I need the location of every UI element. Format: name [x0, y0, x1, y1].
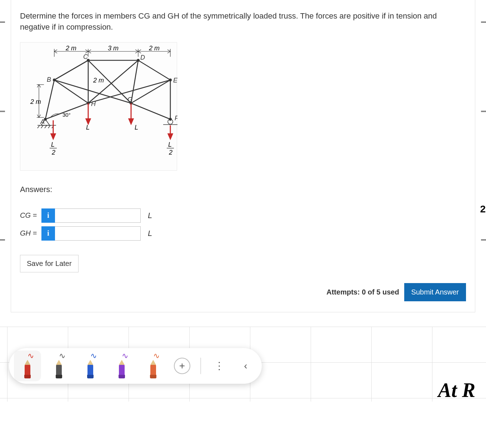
add-tool-button[interactable]: +: [174, 358, 190, 374]
question-prompt: Determine the forces in members CG and G…: [20, 11, 466, 33]
info-icon[interactable]: i: [41, 226, 55, 241]
svg-line-10: [45, 80, 54, 119]
load-G: L: [135, 124, 138, 131]
load-A-den: 2: [51, 149, 55, 156]
node-B: B: [47, 76, 51, 83]
squiggle-icon: ∿: [27, 351, 34, 361]
node-F: F: [175, 115, 177, 122]
svg-marker-46: [51, 134, 55, 139]
svg-point-25: [169, 79, 172, 81]
pen-black[interactable]: ∿: [48, 353, 70, 378]
node-D: D: [140, 54, 145, 61]
squiggle-icon: ∿: [153, 351, 160, 361]
pen-red[interactable]: ∿: [17, 353, 38, 378]
load-A-num: L: [51, 141, 55, 148]
squiggle-icon: ∿: [122, 351, 128, 361]
node-C: C: [83, 53, 88, 60]
load-H: L: [86, 124, 90, 131]
answer-unit: L: [148, 211, 152, 220]
svg-marker-48: [168, 134, 172, 139]
edge-tick: [0, 21, 5, 23]
dim-top-1: 2 m: [65, 45, 76, 52]
question-card: Determine the forces in members CG and G…: [11, 0, 475, 312]
submit-answer-button[interactable]: Submit Answer: [404, 283, 466, 301]
svg-line-7: [54, 60, 88, 80]
chevron-left-icon[interactable]: ‹: [237, 358, 254, 374]
svg-marker-42: [86, 119, 90, 124]
dim-ch: 2 m: [93, 77, 104, 84]
svg-line-36: [45, 125, 47, 128]
answer-row-cg: CG = i L: [20, 208, 466, 223]
pen-blue[interactable]: ∿: [80, 353, 101, 378]
answer-unit: L: [148, 229, 152, 238]
pen-purple[interactable]: ∿: [111, 353, 132, 378]
squiggle-icon: ∿: [59, 351, 65, 361]
squiggle-icon: ∿: [90, 351, 97, 361]
answer-lhs: CG =: [20, 211, 41, 220]
answer-input-gh[interactable]: [55, 226, 141, 241]
attempts-text: Attempts: 0 of 5 used: [326, 288, 399, 296]
edge-tick: [481, 239, 486, 241]
answer-lhs: GH =: [20, 229, 41, 237]
svg-line-18: [131, 80, 170, 103]
svg-line-21: [131, 103, 170, 119]
svg-marker-44: [129, 119, 133, 124]
svg-line-9: [138, 60, 170, 80]
pen-orange[interactable]: ∿: [142, 353, 164, 378]
dim-top-2: 3 m: [108, 45, 119, 52]
pen-toolbar: ∿ ∿ ∿ ∿ ∿ + ⋮ ‹: [9, 348, 262, 384]
node-H: H: [91, 100, 96, 107]
toolbar-divider: [200, 358, 201, 374]
annotation-area: ∿ ∿ ∿ ∿ ∿ + ⋮ ‹ At R: [0, 327, 486, 402]
load-F-den: 2: [169, 149, 172, 156]
svg-line-35: [41, 125, 43, 128]
handwritten-note: At R: [438, 379, 475, 402]
edge-tick: [0, 111, 5, 112]
edge-tick: [481, 21, 486, 23]
dim-left: 2 m: [30, 98, 41, 105]
svg-line-34: [37, 125, 40, 128]
more-icon[interactable]: ⋮: [211, 358, 227, 374]
truss-diagram: 2 m 3 m 2 m: [20, 42, 177, 171]
answers-heading: Answers:: [20, 185, 466, 194]
node-G: G: [127, 96, 132, 103]
save-for-later-button[interactable]: Save for Later: [20, 255, 79, 272]
answer-row-gh: GH = i L: [20, 226, 466, 241]
load-F-num: L: [168, 141, 172, 148]
node-A: A: [40, 118, 45, 125]
svg-line-37: [48, 125, 50, 128]
svg-line-12: [54, 80, 88, 103]
svg-point-24: [137, 59, 140, 62]
side-badge: 2: [480, 203, 486, 215]
edge-tick: [0, 239, 5, 241]
dim-top-3: 2 m: [149, 45, 160, 52]
node-E: E: [173, 77, 177, 84]
answer-input-cg[interactable]: [55, 208, 141, 223]
edge-tick: [481, 111, 486, 112]
svg-point-22: [53, 79, 56, 81]
info-icon[interactable]: i: [41, 208, 55, 223]
angle-A: 30°: [62, 112, 71, 118]
